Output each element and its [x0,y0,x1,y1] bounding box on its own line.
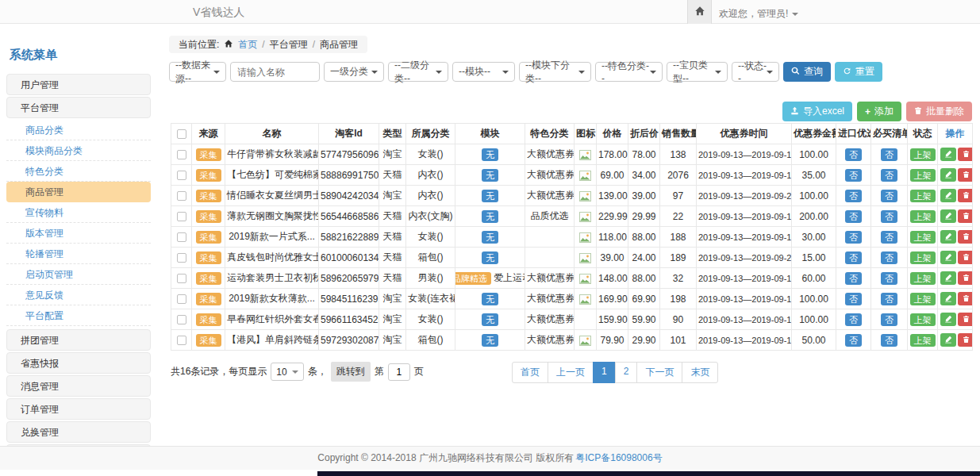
edit-button[interactable] [940,230,956,244]
sidebar-item-模块商品分类[interactable]: 模块商品分类 [6,140,151,161]
pager-item-末页[interactable]: 末页 [682,362,718,383]
row-checkbox[interactable] [177,191,186,201]
edit-button[interactable] [940,189,956,202]
must-buy-toggle[interactable]: 否 [881,210,897,223]
import-excel-button[interactable]: 导入excel [782,102,852,121]
pager-item-下一页[interactable]: 下一页 [636,362,682,383]
status-toggle[interactable]: 上架 [910,148,936,161]
icp-link[interactable]: 粤ICP备16098006号 [575,451,662,465]
filter-select-module[interactable]: --模块-- [452,62,515,82]
status-toggle[interactable]: 上架 [910,169,936,182]
must-buy-toggle[interactable]: 否 [881,190,897,202]
import-select-toggle[interactable]: 否 [845,169,862,182]
sidebar-group-拼团管理[interactable]: 拼团管理 [6,329,151,351]
delete-button[interactable] [958,168,973,182]
delete-button[interactable] [958,230,973,244]
sidebar-group-兑换管理[interactable]: 兑换管理 [6,421,151,443]
must-buy-toggle[interactable]: 否 [881,334,897,347]
sidebar-group-订单管理[interactable]: 订单管理 [6,398,151,420]
delete-button[interactable] [958,292,973,305]
import-select-toggle[interactable]: 否 [845,334,862,347]
status-toggle[interactable]: 上架 [910,272,936,285]
pager-item-1[interactable]: 1 [593,362,616,383]
reset-button[interactable]: 重置 [835,62,882,82]
import-select-toggle[interactable]: 否 [845,190,862,202]
delete-button[interactable] [958,189,973,202]
select-all-checkbox[interactable] [177,129,186,139]
edit-button[interactable] [940,209,956,223]
status-toggle[interactable]: 上架 [910,313,936,326]
module-badge[interactable]: 无 [482,293,498,305]
sidebar-item-轮播管理[interactable]: 轮播管理 [6,244,151,264]
row-checkbox[interactable] [177,150,186,159]
row-checkbox[interactable] [177,294,186,304]
pager-item-上一页[interactable]: 上一页 [548,362,594,383]
import-select-toggle[interactable]: 否 [845,293,862,305]
sidebar-item-平台配置[interactable]: 平台配置 [6,305,151,326]
filter-select-module-subcategory[interactable]: --模块下分类-- [519,62,591,82]
filter-select-feature-category[interactable]: --特色分类-- [595,62,663,82]
edit-button[interactable] [940,271,956,285]
sidebar-item-商品分类[interactable]: 商品分类 [6,120,151,140]
module-badge[interactable]: 无 [482,169,498,182]
must-buy-toggle[interactable]: 否 [881,169,897,182]
must-buy-toggle[interactable]: 否 [881,313,897,326]
edit-button[interactable] [940,168,956,182]
sidebar-item-意见反馈[interactable]: 意见反馈 [6,285,151,305]
import-select-toggle[interactable]: 否 [845,210,862,223]
filter-select-level1-category[interactable]: 一级分类 [324,62,384,82]
row-checkbox[interactable] [177,315,186,324]
pager-item-2[interactable]: 2 [615,362,638,383]
edit-button[interactable] [940,292,956,305]
sidebar-group-省惠快报[interactable]: 省惠快报 [6,352,151,374]
status-toggle[interactable]: 上架 [910,334,936,347]
delete-button[interactable] [958,313,973,326]
must-buy-toggle[interactable]: 否 [881,148,897,161]
filter-select-item-type[interactable]: --宝贝类型-- [667,62,728,82]
must-buy-toggle[interactable]: 否 [881,251,897,264]
delete-button[interactable] [958,333,973,347]
delete-button[interactable] [958,251,973,264]
delete-button[interactable] [958,148,973,161]
edit-button[interactable] [940,251,956,264]
edit-button[interactable] [940,333,956,347]
edit-button[interactable] [940,148,956,161]
status-toggle[interactable]: 上架 [910,293,936,305]
row-checkbox[interactable] [177,171,186,180]
per-page-select[interactable]: 10 [271,363,303,381]
import-select-toggle[interactable]: 否 [845,272,862,285]
status-toggle[interactable]: 上架 [910,231,936,244]
module-badge[interactable]: 无 [482,334,498,347]
page-number-input[interactable] [388,363,410,381]
home-button[interactable] [687,0,712,24]
delete-button[interactable] [958,209,973,223]
row-checkbox[interactable] [177,253,186,263]
row-checkbox[interactable] [177,274,186,283]
sidebar-item-商品管理[interactable]: 商品管理 [6,182,151,202]
user-menu[interactable]: 欢迎您，管理员! [719,7,798,21]
import-select-toggle[interactable]: 否 [845,148,862,161]
batch-delete-button[interactable]: 批量删除 [906,102,972,121]
module-badge[interactable]: 品牌精选 [455,272,492,285]
sidebar-item-特色分类[interactable]: 特色分类 [6,161,151,182]
row-checkbox[interactable] [177,212,186,221]
sidebar-item-宣传物料[interactable]: 宣传物料 [6,202,151,223]
filter-input-name[interactable] [230,62,320,82]
jump-button[interactable]: 跳转到 [331,362,371,382]
add-button[interactable]: + 添加 [857,102,901,121]
module-badge[interactable]: 无 [482,210,498,223]
delete-button[interactable] [958,271,973,285]
must-buy-toggle[interactable]: 否 [881,293,897,305]
breadcrumb-home-link[interactable]: 首页 [238,38,257,52]
row-checkbox[interactable] [177,336,186,345]
status-toggle[interactable]: 上架 [910,251,936,264]
import-select-toggle[interactable]: 否 [845,313,862,326]
module-badge[interactable]: 无 [482,313,498,326]
pager-item-首页[interactable]: 首页 [512,362,548,383]
filter-select-level2-category[interactable]: --二级分类-- [388,62,448,82]
sidebar-item-启动页管理[interactable]: 启动页管理 [6,264,151,285]
import-select-toggle[interactable]: 否 [845,251,862,264]
filter-select-data-source[interactable]: --数据来源-- [169,62,226,82]
edit-button[interactable] [940,313,956,326]
module-badge[interactable]: 无 [482,251,498,264]
